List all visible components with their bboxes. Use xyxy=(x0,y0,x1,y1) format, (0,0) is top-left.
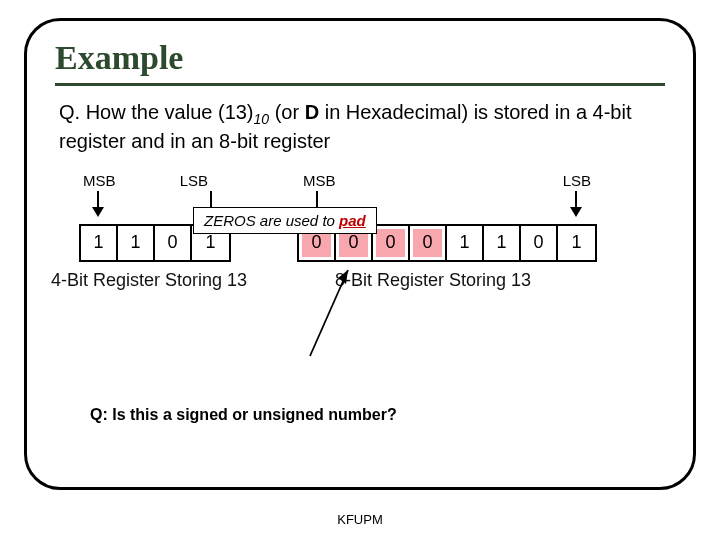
q-subscript: 10 xyxy=(254,111,270,127)
bit-cell: 1 xyxy=(558,226,595,260)
caption-8bit: 8-Bit Register Storing 13 xyxy=(335,270,531,291)
title-underline xyxy=(55,83,665,86)
q-mid: (or xyxy=(269,101,305,123)
arrow-msb-4-stem xyxy=(97,191,99,207)
lsb-label-4: LSB xyxy=(180,172,208,189)
slide-title: Example xyxy=(55,39,665,77)
caption-4bit: 4-Bit Register Storing 13 xyxy=(51,270,247,291)
arrow-lsb-8-stem xyxy=(575,191,577,207)
followup-question: Q: Is this a signed or unsigned number? xyxy=(90,406,397,424)
diagram-area: MSB LSB MSB LSB 1 1 0 1 0 0 0 0 1 1 0 xyxy=(55,172,665,332)
msb-label-8: MSB xyxy=(303,172,336,189)
labels-4bit: MSB LSB xyxy=(83,172,208,189)
bit-cell: 1 xyxy=(118,226,155,260)
bit-cell: 1 xyxy=(81,226,118,260)
q-prefix: Q. How the value (13) xyxy=(59,101,254,123)
bit-cell-padded: 0 xyxy=(373,226,410,260)
slide-footer: KFUPM xyxy=(0,512,720,527)
lsb-label-8: LSB xyxy=(563,172,591,189)
bit-cell: 0 xyxy=(521,226,558,260)
question-text: Q. How the value (13)10 (or D in Hexadec… xyxy=(59,100,661,154)
labels-8bit: MSB LSB xyxy=(303,172,591,189)
arrow-lsb-4-stem xyxy=(210,191,212,207)
arrow-msb-4-head xyxy=(92,207,104,217)
arrow-msb-8-stem xyxy=(316,191,318,207)
bit-cell-padded: 0 xyxy=(410,226,447,260)
bit-cell: 1 xyxy=(484,226,521,260)
pad-callout-word: pad xyxy=(339,212,366,229)
q-bold-d: D xyxy=(305,101,319,123)
pad-callout-pre: ZEROS are used to xyxy=(204,212,339,229)
arrow-lsb-8-head xyxy=(570,207,582,217)
bit-cell: 1 xyxy=(447,226,484,260)
bit-cell: 0 xyxy=(155,226,192,260)
msb-label-4: MSB xyxy=(83,172,116,189)
pad-callout-box: ZEROS are used to pad xyxy=(193,207,377,234)
